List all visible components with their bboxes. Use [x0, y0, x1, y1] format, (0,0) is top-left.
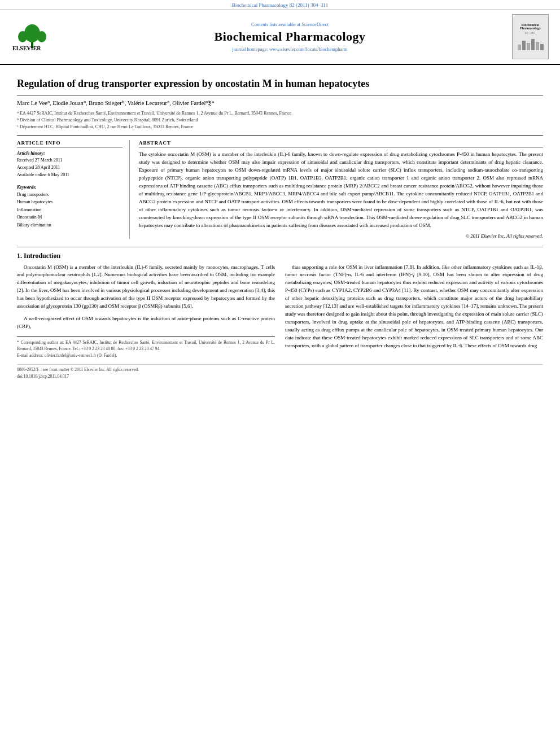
footnote-star: * Corresponding author at: EA 4427 SeRAI…: [17, 339, 275, 352]
footnote-area: * Corresponding author at: EA 4427 SeRAI…: [17, 337, 275, 359]
article-title: Regulation of drug transporter expressio…: [17, 77, 543, 95]
intro-para-right-1: thus supporting a role for OSM in liver …: [285, 264, 543, 350]
affiliations: ᵃ EA 4427 SeRAIC, Institut de Recherches…: [17, 110, 543, 130]
abstract-col: ABSTRACT The cytokine oncostatin M (OSM)…: [139, 140, 543, 238]
svg-rect-5: [518, 45, 521, 50]
svg-rect-10: [540, 44, 544, 50]
available-date: Available online 6 May 2011: [17, 172, 123, 179]
intro-para-1: Oncostatin M (OSM) is a member of the in…: [17, 264, 275, 311]
keywords-list: Drug transporters Human hepatocytes Infl…: [17, 191, 123, 229]
footnote-email[interactable]: E-mail address: olivier.fardel@univ-renn…: [17, 352, 275, 359]
intro-para-2: A well-recognized effect of OSM towards …: [17, 315, 275, 331]
keyword-2: Human hepatocytes: [17, 198, 123, 206]
journal-url[interactable]: journal homepage: www.elsevier.com/locat…: [68, 46, 512, 52]
affiliation-a: ᵃ EA 4427 SeRAIC, Institut de Recherches…: [17, 110, 543, 117]
intro-body: Oncostatin M (OSM) is a member of the in…: [17, 264, 543, 359]
article-info-header: ARTICLE INFO: [17, 140, 123, 147]
journal-title: Biochemical Pharmacology: [68, 29, 512, 44]
svg-point-3: [37, 31, 46, 42]
doi-line[interactable]: doi:10.1016/j.bcp.2011.04.017: [17, 373, 543, 380]
journal-center: Contents lists available at ScienceDirec…: [68, 21, 512, 52]
authors-line: Marc Le Veeᵃ, Elodie Jouanᵃ, Bruno Stieg…: [17, 99, 543, 108]
issn-line: 0006-2952/$ – see front matter © 2011 El…: [17, 366, 543, 373]
svg-rect-7: [527, 43, 530, 50]
keyword-3: Inflammation: [17, 206, 123, 214]
received-date: Received 27 March 2011: [17, 157, 123, 164]
affiliation-c: ᶜ Département HTC, Hôpital Pontchaillou,…: [17, 124, 543, 130]
contents-available[interactable]: Contents lists available at ScienceDirec…: [68, 21, 512, 27]
bottom-bar: 0006-2952/$ – see front matter © 2011 El…: [17, 364, 543, 380]
intro-left-col: Oncostatin M (OSM) is a member of the in…: [17, 264, 275, 359]
intro-right-col: thus supporting a role for OSM in liver …: [285, 264, 543, 359]
article-info-abstract: ARTICLE INFO Article history: Received 2…: [17, 135, 543, 238]
svg-rect-9: [536, 42, 539, 50]
journal-reference: Biochemical Pharmacology 82 (2011) 304–3…: [0, 0, 560, 10]
svg-rect-8: [531, 39, 535, 50]
article-content: Regulation of drug transporter expressio…: [0, 65, 560, 386]
svg-point-2: [18, 31, 27, 42]
keyword-1: Drug transporters: [17, 191, 123, 199]
svg-text:ELSEVIER: ELSEVIER: [12, 45, 41, 51]
article-history: Article history: Received 27 March 2011 …: [17, 151, 123, 178]
abstract-header: ABSTRACT: [139, 140, 543, 147]
keyword-4: Oncostatin-M: [17, 213, 123, 221]
keyword-5: Biliary elimination: [17, 221, 123, 229]
copyright-notice: © 2011 Elsevier Inc. All rights reserved…: [139, 233, 543, 239]
keywords-label: Keywords:: [17, 185, 123, 190]
accepted-date: Accepted 28 April 2011: [17, 164, 123, 172]
history-label: Article history:: [17, 151, 123, 156]
svg-point-1: [24, 24, 40, 42]
svg-rect-6: [522, 41, 526, 50]
section-number: 1. Introduction: [17, 252, 543, 260]
affiliation-b: ᵇ Division of Clinical Pharmacology and …: [17, 117, 543, 124]
abstract-body: The cytokine oncostatin M (OSM) is a mem…: [139, 151, 543, 229]
journal-cover-thumbnail: Biochemical Pharmacology 82 • 2011: [512, 14, 549, 59]
introduction-section: 1. Introduction Oncostatin M (OSM) is a …: [17, 247, 543, 359]
keywords-block: Keywords: Drug transporters Human hepato…: [17, 185, 123, 229]
elsevier-logo: ELSEVIER: [11, 21, 56, 53]
article-info-col: ARTICLE INFO Article history: Received 2…: [17, 140, 130, 238]
journal-header: ELSEVIER Contents lists available at Sci…: [0, 10, 560, 65]
